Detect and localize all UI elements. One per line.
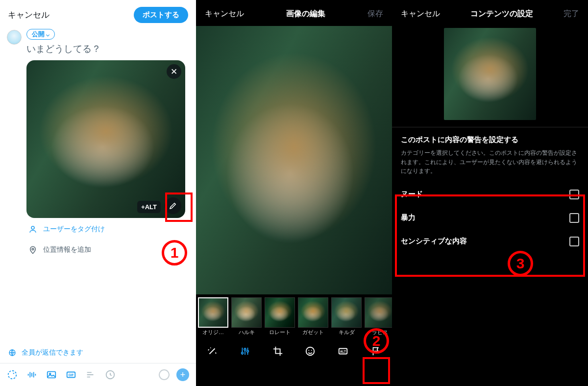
warning-heading: このポストに内容の警告を設定する xyxy=(392,127,588,148)
location-icon xyxy=(27,244,38,255)
svg-rect-4 xyxy=(48,372,56,378)
gif-icon[interactable]: GIF xyxy=(66,369,76,380)
option-nudity[interactable]: ヌード xyxy=(392,183,588,206)
edit-image-preview xyxy=(196,26,392,294)
compose-screen: キャンセル ポストする 公開 いまどうしてる？ ✕ +ALT xyxy=(0,0,196,386)
audio-icon[interactable] xyxy=(26,369,37,380)
schedule-icon xyxy=(105,369,116,380)
edit-toolbar: ALT xyxy=(196,337,392,365)
content-settings-screen: キャンセル コンテンツの設定 完了 このポストに内容の警告を設定する カテゴリー… xyxy=(392,0,588,386)
char-count-icon xyxy=(159,369,170,380)
svg-point-13 xyxy=(309,350,310,351)
filter-label: オリジ… xyxy=(198,329,228,336)
sticker-tool[interactable] xyxy=(300,341,320,361)
option-label: センシティブな内容 xyxy=(401,237,467,246)
filter-loreto[interactable]: ロレート xyxy=(265,297,295,336)
pencil-icon xyxy=(168,200,178,211)
option-violence[interactable]: 暴力 xyxy=(392,206,588,230)
post-button[interactable]: ポストする xyxy=(134,7,188,23)
reply-permission-button[interactable]: 全員が返信できます xyxy=(0,347,196,363)
filter-haruki[interactable]: ハルキ xyxy=(231,297,262,336)
annotation-number-3: 3 xyxy=(508,251,533,276)
remove-media-button[interactable]: ✕ xyxy=(167,64,181,79)
adjust-tool[interactable] xyxy=(235,341,255,361)
enhance-tool[interactable] xyxy=(202,341,222,361)
page-title: 画像の編集 xyxy=(286,9,325,19)
add-location-label: 位置情報を追加 xyxy=(43,245,91,254)
compose-toolbar: GIF + xyxy=(0,363,196,386)
checkbox-icon[interactable] xyxy=(569,213,579,223)
alt-tool[interactable]: ALT xyxy=(333,341,353,361)
filter-label: キルダ xyxy=(331,329,362,336)
filter-strip[interactable]: オリジ… ハルキ ロレート ガゼット キルダ ラビス xyxy=(196,294,392,337)
checkbox-icon[interactable] xyxy=(569,190,579,199)
option-label: 暴力 xyxy=(401,213,416,222)
crop-tool[interactable] xyxy=(268,341,288,361)
filter-label: ロレート xyxy=(265,329,295,336)
svg-point-11 xyxy=(247,350,249,352)
filter-label: ハルキ xyxy=(231,329,262,336)
filter-label: ガゼット xyxy=(298,329,328,336)
image-icon[interactable] xyxy=(46,369,57,380)
edit-media-button[interactable] xyxy=(165,197,181,214)
page-title: コンテンツの設定 xyxy=(470,9,533,19)
filter-gazette[interactable]: ガゼット xyxy=(298,297,328,336)
cancel-button[interactable]: キャンセル xyxy=(205,9,244,19)
content-preview xyxy=(444,28,536,120)
cancel-button[interactable]: キャンセル xyxy=(8,9,49,21)
attached-media: ✕ +ALT xyxy=(26,60,185,218)
save-button[interactable]: 保存 xyxy=(368,9,383,19)
svg-text:GIF: GIF xyxy=(69,373,74,377)
svg-point-3 xyxy=(8,371,17,379)
filter-label: ラビス xyxy=(365,329,392,336)
audience-selector[interactable]: 公開 xyxy=(26,29,55,40)
add-thread-button[interactable]: + xyxy=(176,368,189,381)
person-icon xyxy=(27,224,38,235)
option-label: ヌード xyxy=(401,190,423,199)
avatar[interactable] xyxy=(7,30,22,45)
svg-point-1 xyxy=(32,248,34,250)
option-sensitive[interactable]: センシティブな内容 xyxy=(392,230,588,253)
image-edit-screen: キャンセル 画像の編集 保存 オリジ… ハルキ ロレート ガゼット キルダ ラビ… xyxy=(196,0,392,386)
close-icon: ✕ xyxy=(171,67,177,77)
svg-point-12 xyxy=(306,347,315,356)
warning-description: カテゴリーを選択してください。このポストに内容の警告が設定されます。これにより、… xyxy=(392,148,588,183)
checkbox-icon[interactable] xyxy=(569,237,579,246)
svg-point-9 xyxy=(242,352,244,354)
cancel-button[interactable]: キャンセル xyxy=(401,9,440,19)
svg-point-0 xyxy=(31,226,34,229)
tag-users-button[interactable]: ユーザーをタグ付け xyxy=(27,224,189,235)
svg-point-14 xyxy=(311,350,312,351)
svg-text:ALT: ALT xyxy=(340,350,346,353)
flag-tool[interactable] xyxy=(366,341,386,361)
add-location-button[interactable]: 位置情報を追加 xyxy=(27,244,189,255)
globe-icon xyxy=(7,347,18,358)
tag-users-label: ユーザーをタグ付け xyxy=(43,225,105,234)
compose-placeholder[interactable]: いまどうしてる？ xyxy=(26,43,189,55)
reply-permission-label: 全員が返信できます xyxy=(22,348,83,357)
filter-rabis[interactable]: ラビス xyxy=(365,297,392,336)
media-thumbnail xyxy=(26,60,185,218)
alt-badge-button[interactable]: +ALT xyxy=(137,201,161,213)
poll-icon xyxy=(85,369,96,380)
spaces-icon[interactable] xyxy=(7,369,18,380)
done-button[interactable]: 完了 xyxy=(564,9,579,19)
svg-point-10 xyxy=(244,349,246,351)
filter-kilda[interactable]: キルダ xyxy=(331,297,362,336)
filter-original[interactable]: オリジ… xyxy=(198,297,228,336)
